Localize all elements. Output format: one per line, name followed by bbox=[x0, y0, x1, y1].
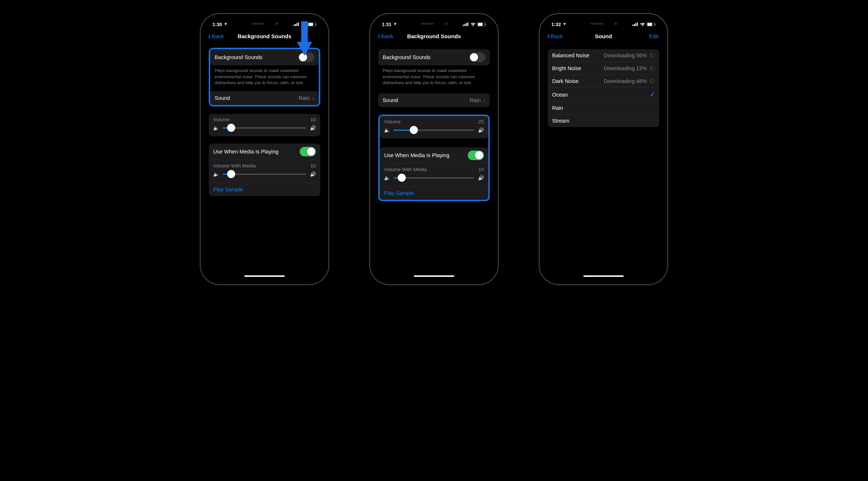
svg-rect-55 bbox=[650, 82, 651, 82]
svg-rect-39 bbox=[653, 69, 654, 69]
media-toggle[interactable] bbox=[300, 147, 316, 156]
chevron-right-icon bbox=[312, 94, 314, 102]
bg-sounds-label: Background Sounds bbox=[215, 54, 263, 60]
notch bbox=[580, 19, 627, 28]
volume-slider[interactable] bbox=[213, 124, 316, 131]
sound-option[interactable]: Dark NoiseDownloading 48% bbox=[548, 75, 659, 87]
notch bbox=[241, 19, 288, 28]
svg-rect-30 bbox=[651, 57, 652, 58]
status-time: 1:32 bbox=[551, 22, 561, 27]
sound-option[interactable]: Balanced NoiseDownloading 56% bbox=[548, 49, 659, 62]
chevron-right-icon bbox=[483, 97, 485, 104]
sound-option-label: Balanced Noise bbox=[552, 53, 590, 58]
media-group: Use When Media Is Playing Volume With Me… bbox=[380, 147, 488, 200]
vm-slider[interactable] bbox=[213, 171, 316, 177]
svg-rect-31 bbox=[650, 56, 651, 57]
battery-icon bbox=[647, 22, 656, 26]
volume-group: Volume 25 bbox=[380, 116, 488, 138]
home-indicator[interactable] bbox=[414, 275, 454, 277]
svg-rect-43 bbox=[650, 69, 651, 69]
bg-sounds-toggle[interactable] bbox=[469, 53, 485, 62]
screen-1: 1:30 Back Backg bbox=[206, 19, 323, 279]
battery-icon bbox=[477, 22, 486, 26]
phone-1: 1:30 Back Backg bbox=[200, 13, 329, 285]
svg-rect-57 bbox=[650, 80, 651, 80]
bg-sounds-row: Background Sounds bbox=[378, 49, 490, 65]
svg-rect-41 bbox=[652, 70, 652, 71]
wifi-icon bbox=[640, 22, 645, 26]
svg-rect-22 bbox=[655, 23, 656, 25]
checkmark-icon bbox=[650, 91, 655, 98]
media-toggle[interactable] bbox=[468, 151, 484, 160]
download-status: Downloading 56% bbox=[604, 53, 647, 58]
volume-slider[interactable] bbox=[384, 127, 484, 133]
back-label: Back bbox=[212, 33, 224, 39]
media-group: Use When Media Is Playing Volume With Me… bbox=[209, 144, 320, 196]
home-indicator[interactable] bbox=[583, 275, 624, 277]
svg-rect-21 bbox=[648, 23, 652, 26]
back-button[interactable]: Back bbox=[208, 32, 224, 40]
sound-option-label: Stream bbox=[552, 118, 569, 124]
home-indicator[interactable] bbox=[244, 275, 285, 277]
svg-rect-16 bbox=[632, 25, 634, 26]
back-label: Back bbox=[551, 33, 563, 39]
play-sample-button[interactable]: Play Sample bbox=[209, 182, 320, 196]
svg-rect-34 bbox=[651, 53, 652, 54]
bg-sounds-group: Background Sounds bbox=[378, 49, 490, 65]
edit-button[interactable]: Edit bbox=[649, 33, 659, 39]
sound-option[interactable]: Rain bbox=[548, 101, 659, 114]
svg-rect-45 bbox=[650, 67, 651, 68]
download-status: Downloading 48% bbox=[604, 78, 647, 84]
svg-rect-54 bbox=[651, 82, 652, 83]
svg-rect-26 bbox=[654, 55, 655, 55]
svg-rect-0 bbox=[301, 21, 308, 43]
sound-row[interactable]: Sound Rain bbox=[378, 93, 490, 107]
bg-sounds-description: Plays background sounds to mask unwanted… bbox=[378, 65, 490, 86]
sound-option[interactable]: Bright NoiseDownloading 13% bbox=[548, 62, 659, 75]
vm-slider[interactable] bbox=[384, 174, 484, 181]
notch bbox=[410, 19, 458, 28]
sound-label: Sound bbox=[383, 97, 398, 103]
screen-3: 1:32 Back Sound Edit Balanced NoiseDownl… bbox=[545, 19, 662, 279]
vm-label: Volume With Media bbox=[384, 167, 427, 172]
svg-rect-19 bbox=[637, 22, 638, 26]
sound-option[interactable]: Stream bbox=[548, 114, 659, 127]
svg-rect-2 bbox=[293, 25, 295, 26]
media-label: Use When Media Is Playing bbox=[384, 152, 449, 158]
location-icon bbox=[562, 22, 566, 27]
bg-sounds-label: Background Sounds bbox=[383, 54, 431, 60]
svg-rect-42 bbox=[651, 69, 652, 70]
nav-bar: Back Background Sounds bbox=[375, 29, 493, 43]
status-time: 1:31 bbox=[382, 22, 391, 27]
svg-rect-9 bbox=[463, 25, 464, 26]
page-title: Sound bbox=[595, 33, 612, 39]
back-button[interactable]: Back bbox=[547, 32, 563, 40]
screen-2: 1:31 Back Background Sounds Background bbox=[375, 19, 493, 279]
volume-value: 10 bbox=[310, 117, 316, 122]
bg-sounds-description: Plays background sounds to mask unwanted… bbox=[210, 65, 319, 89]
play-sample-button[interactable]: Play Sample bbox=[380, 186, 488, 200]
sound-option[interactable]: Ocean bbox=[548, 87, 659, 101]
speaker-low-icon bbox=[213, 171, 219, 177]
sound-row[interactable]: Sound Rain bbox=[210, 91, 319, 105]
back-button[interactable]: Back bbox=[378, 32, 393, 40]
sound-value: Rain bbox=[470, 97, 481, 103]
svg-rect-12 bbox=[467, 22, 468, 26]
vm-value: 10 bbox=[478, 167, 484, 172]
sound-label: Sound bbox=[215, 95, 230, 101]
sound-list: Balanced NoiseDownloading 56%Bright Nois… bbox=[548, 49, 659, 127]
svg-rect-32 bbox=[650, 55, 651, 55]
svg-rect-23 bbox=[652, 53, 652, 54]
sound-option-label: Ocean bbox=[552, 92, 568, 98]
nav-bar: Back Sound Edit bbox=[545, 29, 662, 43]
page-title: Background Sounds bbox=[407, 33, 461, 39]
svg-rect-10 bbox=[464, 24, 466, 26]
status-time: 1:30 bbox=[212, 22, 222, 27]
media-label: Use When Media Is Playing bbox=[213, 149, 278, 155]
media-row: Use When Media Is Playing bbox=[209, 144, 320, 160]
svg-rect-37 bbox=[653, 67, 654, 68]
svg-rect-38 bbox=[654, 68, 655, 68]
volume-label: Volume bbox=[384, 119, 401, 124]
sound-option-label: Bright Noise bbox=[552, 65, 581, 71]
speaker-high-icon bbox=[310, 124, 316, 131]
